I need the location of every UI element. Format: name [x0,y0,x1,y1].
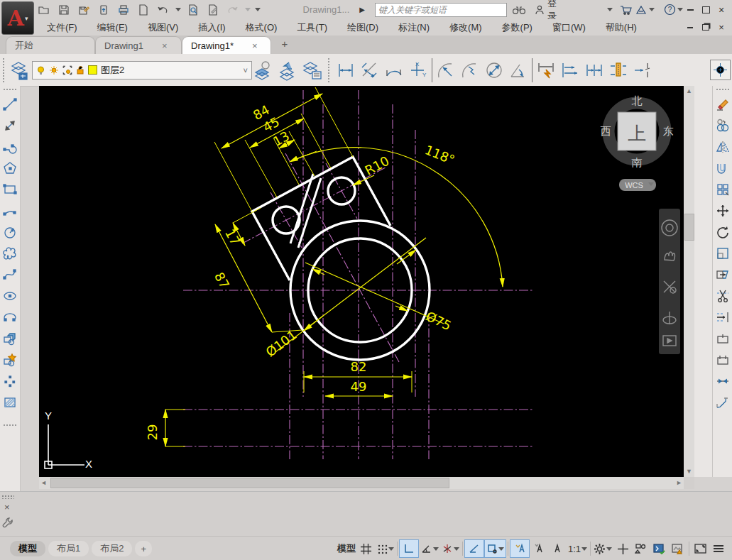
autodesk-dropdown-icon[interactable] [649,8,655,11]
graphics-performance-icon[interactable] [650,540,669,557]
scroll-right-icon[interactable]: ► [676,478,682,488]
layer-dropdown[interactable]: 图层2 ˅ [32,61,252,79]
scroll-left-icon[interactable]: ◄ [40,478,47,488]
menu-insert[interactable]: 插入(I) [188,19,235,35]
arc-icon[interactable] [1,202,18,219]
signin-dropdown-icon[interactable] [607,8,613,11]
compass-west[interactable]: 西 [601,125,611,137]
menu-parametric[interactable]: 参数(P) [492,19,542,35]
layers-panel-icon[interactable] [8,57,32,84]
settings-gear-icon[interactable] [592,540,613,557]
erase-icon[interactable] [714,96,731,113]
extend-icon[interactable] [714,309,731,326]
layout-tab-model[interactable]: 模型 [10,541,45,556]
model-space-toggle[interactable]: 模型 [336,540,357,557]
command-grip[interactable] [1,495,14,499]
signin-person-icon[interactable] [532,3,547,17]
menu-window[interactable]: 窗口(W) [542,19,596,35]
help-icon[interactable]: ? [662,3,677,17]
title-flyout-icon[interactable]: ▶ [359,6,365,13]
clean-screen-warning-icon[interactable] [669,540,687,557]
vertical-scrollbar[interactable]: ▲ ▼ [684,86,694,477]
menu-format[interactable]: 格式(O) [236,19,288,35]
new-layout-button[interactable]: + [135,541,152,556]
command-close-icon[interactable]: × [4,502,10,512]
tab-drawing1[interactable]: Drawing1× [95,36,182,55]
polar-tracking-toggle[interactable] [419,540,440,557]
dim-linear-icon[interactable] [334,57,358,84]
dim-ordinate-icon[interactable]: XY [406,57,430,84]
customization-menu-icon[interactable] [709,540,728,557]
toolbar-grip[interactable] [2,57,6,83]
dim-baseline-icon[interactable] [558,57,582,84]
polygon-icon[interactable] [1,160,18,177]
save-icon[interactable] [56,3,72,17]
offset-icon[interactable] [714,160,731,177]
ellipse-arc-icon[interactable] [1,309,18,326]
revision-cloud-icon[interactable] [1,245,18,262]
annotation-visibility-toggle[interactable] [510,539,530,558]
trim-icon[interactable] [714,287,731,304]
isolate-objects-icon[interactable] [632,540,650,557]
scale-icon[interactable] [714,245,731,262]
grid-toggle[interactable] [357,540,376,557]
snap-toggle[interactable] [376,540,395,557]
break-at-point-icon[interactable] [714,330,731,347]
undo-icon[interactable] [155,3,171,17]
spline-icon[interactable] [1,266,18,283]
dim-angular-icon[interactable] [506,57,530,84]
minimize-button[interactable] [683,4,699,16]
dim-adjust-space-icon[interactable] [606,57,630,84]
doc-restore-button[interactable] [698,22,714,33]
rectangle-icon[interactable] [1,181,18,198]
toolbar-grip[interactable] [3,88,17,92]
search-binoculars-icon[interactable] [511,3,527,17]
construction-line-icon[interactable] [1,117,18,134]
new-drawing-icon[interactable] [136,3,151,17]
scroll-up-icon[interactable]: ▲ [684,86,694,97]
doc-close-button[interactable]: × [714,22,729,33]
menu-modify[interactable]: 修改(M) [439,19,492,35]
toolbar-grip[interactable] [327,57,331,83]
rotate-icon[interactable] [714,224,731,241]
auto-annotation-toggle[interactable] [530,540,548,557]
tab-close-icon[interactable]: × [252,40,258,51]
make-object-layer-current-icon[interactable] [252,57,276,84]
line-icon[interactable] [1,96,18,113]
menu-view[interactable]: 视图(V) [138,19,188,35]
copy-icon[interactable] [714,117,731,134]
circle-icon[interactable] [1,224,18,241]
insert-block-icon[interactable] [1,330,18,347]
layer-properties-icon[interactable] [300,57,324,84]
menu-draw[interactable]: 绘图(D) [337,19,388,35]
layer-dropdown-chevron-icon[interactable]: ˅ [244,66,248,75]
command-customize-wrench-icon[interactable] [2,517,13,529]
fullscreen-icon[interactable] [691,540,709,557]
polyline-icon[interactable] [1,138,18,155]
maximize-button[interactable] [699,4,714,16]
markup-icon[interactable] [205,3,221,17]
crosshair-icon[interactable] [613,540,632,557]
annotation-scale-sync-toggle[interactable] [548,540,567,557]
toolbar-grip[interactable] [3,424,17,427]
menu-file[interactable]: 文件(F) [37,19,87,35]
isometric-drafting-toggle[interactable] [440,540,461,557]
dim-jogged-icon[interactable] [458,57,482,84]
close-button[interactable]: × [714,4,729,16]
viewcube[interactable]: 上 北 西 东 南 WCS [601,94,674,191]
plot-icon[interactable] [116,3,131,17]
dim-aligned-icon[interactable] [358,57,382,84]
mirror-icon[interactable] [714,138,731,155]
chamfer-icon[interactable] [714,394,731,411]
dim-diameter-icon[interactable] [482,57,506,84]
qat-customize-icon[interactable] [255,8,261,11]
ellipse-icon[interactable] [1,287,18,304]
autodesk-account-icon[interactable] [633,3,649,17]
search-input[interactable] [375,3,507,17]
layout-tab-layout1[interactable]: 布局1 [48,541,89,556]
point-icon[interactable] [1,373,18,390]
annotation-scale-value[interactable]: 1:1 [567,540,589,557]
layer-previous-icon[interactable] [276,57,300,84]
application-menu-button[interactable]: A▾ [1,1,34,35]
plot-preview-icon[interactable] [185,3,201,17]
